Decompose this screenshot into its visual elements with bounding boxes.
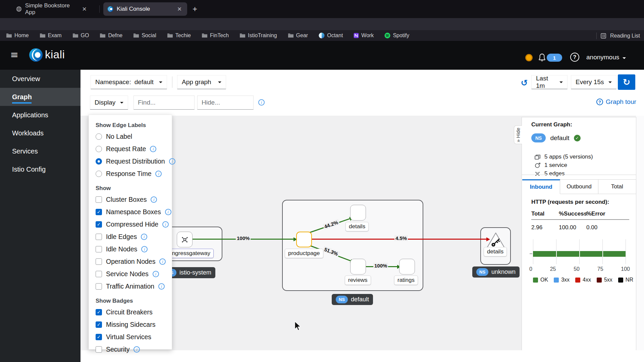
close-icon[interactable] bbox=[176, 5, 183, 13]
bookmark-folder[interactable]: FinTech bbox=[202, 33, 229, 39]
node-details[interactable] bbox=[350, 205, 366, 221]
info-icon[interactable] bbox=[165, 209, 171, 215]
mesh-status-icon[interactable] bbox=[525, 54, 533, 61]
show-option[interactable]: Cluster Boxes bbox=[89, 193, 172, 206]
nav-toggle-hamburger-icon[interactable] bbox=[9, 48, 20, 62]
edge-label-option[interactable]: Request Distribution bbox=[89, 155, 172, 168]
find-hide-info-icon[interactable] bbox=[258, 99, 265, 106]
info-icon[interactable] bbox=[150, 146, 156, 152]
badge-option[interactable]: Security bbox=[89, 343, 172, 356]
bookmark-folder[interactable]: GO bbox=[72, 33, 89, 39]
info-icon[interactable] bbox=[141, 246, 148, 252]
bookmark-folder[interactable]: Social bbox=[133, 33, 156, 39]
info-icon[interactable] bbox=[158, 283, 165, 290]
edge-label-option[interactable]: Response Time bbox=[89, 168, 172, 180]
sidebar-item[interactable]: Graph bbox=[0, 88, 80, 106]
refresh-interval-select[interactable]: Every 15s bbox=[571, 75, 616, 89]
badge-option[interactable]: Circuit Breakers bbox=[89, 306, 172, 318]
edge-label-option[interactable]: Request Rate bbox=[89, 143, 172, 155]
info-icon[interactable] bbox=[133, 346, 140, 353]
info-icon[interactable] bbox=[153, 271, 159, 277]
display-dropdown-button[interactable]: Display bbox=[90, 96, 128, 110]
traffic-tab[interactable]: Outbound bbox=[560, 179, 598, 194]
show-option[interactable]: Namespace Boxes bbox=[89, 206, 172, 218]
namespace-badge-unknown[interactable]: NS unknown bbox=[472, 266, 520, 278]
user-menu[interactable]: anonymous bbox=[586, 54, 619, 61]
node-istio-ingressgateway[interactable] bbox=[177, 232, 193, 247]
bookmark-folder[interactable]: Techie bbox=[167, 33, 191, 39]
show-option[interactable]: Service Nodes bbox=[89, 268, 172, 280]
bookmark-folder[interactable]: Gear bbox=[288, 33, 308, 39]
namespace-badge-default[interactable]: NS default bbox=[332, 294, 373, 305]
info-icon[interactable] bbox=[169, 158, 175, 165]
close-icon[interactable] bbox=[81, 5, 88, 13]
checkbox-icon[interactable] bbox=[96, 258, 102, 265]
duration-select[interactable]: Last 1m bbox=[531, 75, 568, 89]
node-label-details[interactable]: details bbox=[345, 222, 369, 231]
edge-label-option[interactable]: No Label bbox=[89, 130, 172, 143]
show-option[interactable]: Operation Nodes bbox=[89, 255, 172, 268]
bookmark-folder[interactable]: IstioTraining bbox=[239, 33, 277, 39]
notification-count-badge[interactable]: 1 bbox=[547, 54, 562, 62]
sidebar-item[interactable]: Istio Config bbox=[0, 160, 80, 178]
node-label-reviews[interactable]: reviews bbox=[345, 276, 371, 285]
node-label-ratings[interactable]: ratings bbox=[394, 276, 418, 285]
traffic-tab[interactable]: Inbound bbox=[522, 179, 560, 194]
bookmark-work[interactable]: Work bbox=[354, 33, 374, 39]
bookmark-folder[interactable]: Home bbox=[6, 33, 29, 39]
node-label-unknown-details[interactable]: details bbox=[484, 247, 507, 256]
node-ratings[interactable] bbox=[399, 259, 415, 275]
show-option[interactable]: Idle Nodes bbox=[89, 243, 172, 255]
checkbox-icon[interactable] bbox=[96, 271, 102, 277]
bookmark-spotify[interactable]: Spotify bbox=[384, 33, 409, 39]
radio-icon[interactable] bbox=[96, 133, 102, 140]
sidebar-item[interactable]: Workloads bbox=[0, 124, 80, 142]
reading-list[interactable]: Reading List bbox=[596, 30, 640, 41]
info-icon[interactable] bbox=[155, 171, 162, 177]
node-label-productpage[interactable]: productpage bbox=[285, 249, 323, 258]
time-history-icon[interactable] bbox=[520, 78, 529, 87]
checkbox-icon[interactable] bbox=[96, 321, 102, 328]
help-icon[interactable] bbox=[570, 53, 579, 62]
checkbox-icon[interactable] bbox=[96, 234, 102, 240]
checkbox-icon[interactable] bbox=[96, 309, 102, 315]
info-icon[interactable] bbox=[162, 221, 169, 228]
badge-option[interactable]: Missing Sidecars bbox=[89, 318, 172, 331]
radio-icon[interactable] bbox=[96, 158, 102, 165]
checkbox-icon[interactable] bbox=[96, 283, 102, 290]
checkbox-icon[interactable] bbox=[96, 334, 102, 340]
radio-icon[interactable] bbox=[96, 146, 102, 152]
bookmark-folder[interactable]: Defne bbox=[100, 33, 122, 39]
refresh-button[interactable] bbox=[618, 74, 635, 90]
sidebar-item[interactable]: Applications bbox=[0, 106, 80, 124]
sidebar-item[interactable]: Services bbox=[0, 142, 80, 160]
node-productpage[interactable] bbox=[296, 232, 312, 247]
show-option[interactable]: Traffic Animation bbox=[89, 280, 172, 293]
new-tab-button[interactable] bbox=[190, 4, 200, 14]
radio-icon[interactable] bbox=[96, 171, 102, 177]
traffic-tab[interactable]: Total bbox=[598, 179, 636, 194]
checkbox-icon[interactable] bbox=[96, 346, 102, 353]
panel-hide-tab[interactable]: » Hide bbox=[514, 125, 522, 144]
browser-tab-kiali[interactable]: Kiali Console bbox=[103, 2, 187, 16]
hide-input[interactable] bbox=[197, 96, 254, 110]
user-caret-icon[interactable] bbox=[623, 57, 626, 61]
checkbox-icon[interactable] bbox=[96, 246, 102, 252]
graph-type-select[interactable]: App graph bbox=[177, 75, 226, 89]
show-option[interactable]: Compressed Hide bbox=[89, 218, 172, 231]
browser-tab-bookstore[interactable]: Simple Bookstore App bbox=[12, 2, 92, 16]
graph-tour-link[interactable]: Graph tour bbox=[596, 98, 636, 106]
info-icon[interactable] bbox=[141, 234, 147, 240]
checkbox-icon[interactable] bbox=[96, 196, 102, 203]
bell-icon[interactable] bbox=[538, 53, 546, 62]
find-input[interactable] bbox=[133, 96, 195, 110]
show-option[interactable]: Idle Edges bbox=[89, 231, 172, 243]
info-icon[interactable] bbox=[159, 258, 166, 265]
checkbox-icon[interactable] bbox=[96, 209, 102, 215]
bookmark-folder[interactable]: Exam bbox=[40, 33, 62, 39]
sidebar-item[interactable]: Overview bbox=[0, 70, 80, 88]
badge-option[interactable]: Virtual Services bbox=[89, 331, 172, 343]
namespace-select[interactable]: Namespace: default bbox=[91, 75, 167, 89]
checkbox-icon[interactable] bbox=[96, 221, 102, 228]
node-reviews[interactable] bbox=[350, 259, 366, 275]
